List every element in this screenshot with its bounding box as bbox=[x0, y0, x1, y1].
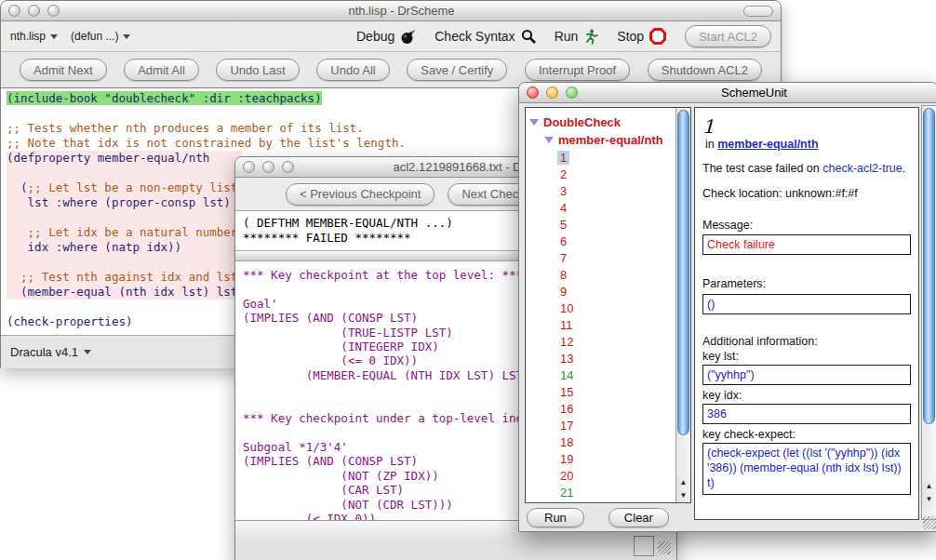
test-case-label[interactable]: 3 bbox=[557, 184, 569, 198]
proof-button[interactable]: Shutdown ACL2 bbox=[648, 59, 762, 81]
detail-scrollbar-thumb[interactable] bbox=[923, 108, 935, 424]
detail-scrollbar[interactable]: ▲ ▼ bbox=[921, 105, 936, 520]
close-button[interactable] bbox=[527, 87, 539, 99]
close-button[interactable] bbox=[243, 161, 255, 173]
debug-button[interactable]: Debug bbox=[356, 29, 416, 45]
additional-info-label: Additional information: bbox=[702, 335, 911, 348]
resize-grip-icon[interactable] bbox=[923, 516, 936, 529]
start-acl2-button[interactable]: Start ACL2 bbox=[685, 25, 771, 47]
test-case-label[interactable]: 16 bbox=[557, 402, 576, 416]
test-case-item[interactable]: 13 bbox=[526, 350, 675, 367]
file-dropdown[interactable]: nth.lisp bbox=[10, 30, 58, 43]
proof-button[interactable]: Admit All bbox=[124, 59, 199, 81]
proof-button[interactable]: Save / Certify bbox=[407, 59, 507, 81]
stop-button[interactable]: Stop bbox=[617, 28, 666, 45]
defun-dropdown[interactable]: (defun ...) bbox=[71, 30, 130, 43]
grow-box[interactable] bbox=[634, 536, 654, 556]
test-case-label[interactable]: 15 bbox=[557, 385, 576, 399]
resize-grip-icon[interactable] bbox=[658, 541, 671, 554]
test-case-label[interactable]: 7 bbox=[557, 251, 569, 265]
test-case-label[interactable]: 8 bbox=[557, 268, 569, 282]
suite-link[interactable]: member-equal/nth bbox=[717, 138, 818, 151]
minimize-button[interactable] bbox=[28, 5, 40, 17]
test-case-item[interactable]: 11 bbox=[526, 316, 675, 333]
tree-root[interactable]: DoubleCheck bbox=[526, 113, 675, 131]
test-case-label[interactable]: 2 bbox=[557, 167, 569, 181]
main-titlebar[interactable]: nth.lisp - DrScheme bbox=[1, 1, 781, 21]
test-case-item[interactable]: 2 bbox=[526, 166, 675, 182]
scroll-up-icon[interactable]: ▲ bbox=[676, 476, 690, 489]
check-syntax-button[interactable]: Check Syntax bbox=[435, 29, 535, 44]
test-case-label[interactable]: 9 bbox=[557, 285, 569, 299]
test-case-item[interactable]: 3 bbox=[526, 182, 675, 199]
test-case-item[interactable]: 8 bbox=[526, 266, 675, 283]
zoom-button[interactable] bbox=[47, 5, 60, 17]
test-case-item[interactable]: 18 bbox=[526, 433, 675, 450]
detail-scrollbar-arrows[interactable]: ▲ ▼ bbox=[922, 480, 936, 506]
scroll-up-icon[interactable]: ▲ bbox=[922, 480, 936, 493]
tree-scrollbar[interactable]: ▲ ▼ bbox=[675, 108, 690, 502]
test-case-label[interactable]: 17 bbox=[557, 419, 576, 433]
test-case-label[interactable]: 6 bbox=[557, 234, 569, 248]
message-box[interactable]: Check failure bbox=[702, 234, 911, 255]
clear-button[interactable]: Clear bbox=[608, 508, 669, 527]
test-case-item[interactable]: 7 bbox=[526, 249, 675, 266]
test-case-label[interactable]: 14 bbox=[557, 368, 576, 382]
key-lst-box[interactable]: ("yyhhp") bbox=[702, 365, 911, 385]
test-case-item[interactable]: 19 bbox=[526, 450, 675, 467]
zoom-button[interactable] bbox=[282, 161, 294, 173]
language-selector[interactable]: Dracula v4.1 bbox=[10, 345, 78, 359]
test-case-item[interactable]: 16 bbox=[526, 400, 675, 417]
tree-scrollbar-thumb[interactable] bbox=[677, 110, 689, 435]
test-case-label[interactable]: 13 bbox=[557, 352, 576, 366]
minimize-button[interactable] bbox=[546, 87, 558, 99]
test-case-item[interactable]: 9 bbox=[526, 283, 675, 300]
proof-button[interactable]: Undo All bbox=[316, 59, 389, 81]
zoom-button[interactable] bbox=[566, 87, 578, 99]
key-check-expect-box[interactable]: (check-expect (let ((lst '("yyhhp")) (id… bbox=[702, 443, 911, 495]
tree-suite[interactable]: member-equal/nth bbox=[526, 131, 675, 149]
test-case-item[interactable]: 15 bbox=[526, 383, 675, 400]
test-case-item[interactable]: 21 bbox=[526, 484, 675, 500]
toolbar-toggle-button[interactable] bbox=[743, 6, 773, 17]
disclosure-triangle-icon[interactable] bbox=[544, 137, 554, 143]
test-case-label[interactable]: 10 bbox=[557, 301, 576, 315]
run-label: Run bbox=[555, 29, 579, 44]
test-case-item[interactable]: 5 bbox=[526, 216, 675, 233]
test-case-label[interactable]: 20 bbox=[557, 469, 576, 483]
proof-button[interactable]: Undo Last bbox=[216, 59, 299, 81]
scroll-down-icon[interactable]: ▼ bbox=[676, 489, 690, 502]
test-case-item[interactable]: 10 bbox=[526, 300, 675, 316]
scroll-down-icon[interactable]: ▼ bbox=[922, 493, 936, 506]
test-case-label[interactable]: 5 bbox=[557, 218, 569, 232]
close-button[interactable] bbox=[8, 5, 20, 17]
proof-button[interactable]: Admit Next bbox=[20, 59, 107, 81]
test-tree[interactable]: DoubleCheck member-equal/nth 12345678910… bbox=[526, 108, 675, 502]
test-detail-panel[interactable]: 1 in member-equal/nth The test case fail… bbox=[694, 107, 919, 520]
tree-scrollbar-arrows[interactable]: ▲ ▼ bbox=[676, 476, 690, 502]
test-case-item[interactable]: 6 bbox=[526, 233, 675, 249]
schemeunit-titlebar[interactable]: SchemeUnit bbox=[519, 83, 936, 103]
test-case-item[interactable]: 12 bbox=[526, 333, 675, 350]
test-case-item[interactable]: 17 bbox=[526, 417, 675, 433]
test-case-label[interactable]: 11 bbox=[557, 318, 576, 332]
run-button[interactable]: Run bbox=[555, 29, 599, 45]
test-case-item[interactable]: 1 bbox=[526, 149, 675, 166]
key-idx-box[interactable]: 386 bbox=[702, 404, 911, 424]
test-case-label[interactable]: 4 bbox=[557, 201, 569, 215]
parameters-box[interactable]: () bbox=[702, 294, 911, 314]
test-case-label[interactable]: 18 bbox=[557, 435, 576, 449]
test-case-label[interactable]: 12 bbox=[557, 335, 576, 349]
previous-checkpoint-button[interactable]: < Previous Checkpoint bbox=[286, 183, 435, 206]
test-case-label[interactable]: 21 bbox=[557, 486, 576, 500]
proof-button[interactable]: Interrupt Proof bbox=[525, 59, 630, 81]
disclosure-triangle-icon[interactable] bbox=[529, 119, 539, 126]
run-tests-button[interactable]: Run bbox=[527, 508, 584, 527]
check-name-link[interactable]: check-acl2-true bbox=[822, 162, 902, 175]
test-case-label[interactable]: 19 bbox=[557, 452, 576, 466]
test-case-item[interactable]: 20 bbox=[526, 467, 675, 484]
test-case-item[interactable]: 4 bbox=[526, 199, 675, 216]
test-case-label[interactable]: 1 bbox=[557, 151, 569, 165]
test-case-item[interactable]: 14 bbox=[526, 367, 675, 383]
minimize-button[interactable] bbox=[262, 161, 274, 173]
